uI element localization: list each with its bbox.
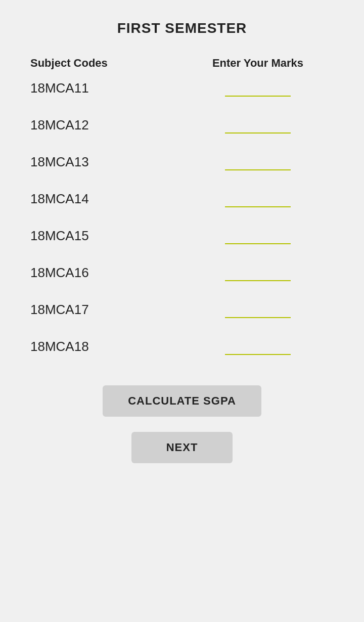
marks-input-wrapper-7 [182, 301, 334, 318]
marks-input-wrapper-4 [182, 191, 334, 207]
subject-code-label-8: 18MCA18 [30, 339, 182, 354]
button-section: CALCULATE SGPA NEXT [103, 385, 261, 463]
page-title: FIRST SEMESTER [117, 20, 247, 36]
marks-input-wrapper-2 [182, 117, 334, 134]
subject-row-6: 18MCA16 [10, 264, 354, 281]
marks-input-wrapper-3 [182, 154, 334, 170]
marks-input-1[interactable] [225, 80, 291, 97]
col-header-subject-codes: Subject Codes [30, 57, 182, 70]
marks-input-4[interactable] [225, 191, 291, 207]
subject-code-label-6: 18MCA16 [30, 265, 182, 281]
subject-code-label-7: 18MCA17 [30, 302, 182, 318]
marks-input-2[interactable] [225, 117, 291, 134]
subject-code-label-4: 18MCA14 [30, 191, 182, 207]
subject-row-2: 18MCA12 [10, 117, 354, 134]
subject-code-label-2: 18MCA12 [30, 117, 182, 133]
subject-row-3: 18MCA13 [10, 154, 354, 170]
subject-code-label-5: 18MCA15 [30, 228, 182, 244]
subject-row-4: 18MCA14 [10, 191, 354, 207]
next-button[interactable]: NEXT [131, 432, 233, 463]
marks-input-wrapper-5 [182, 228, 334, 244]
marks-input-3[interactable] [225, 154, 291, 170]
marks-input-wrapper-6 [182, 264, 334, 281]
marks-input-wrapper-1 [182, 80, 334, 97]
subject-row-8: 18MCA18 [10, 338, 354, 355]
marks-input-8[interactable] [225, 338, 291, 355]
subject-code-label-3: 18MCA13 [30, 154, 182, 170]
subject-row-5: 18MCA15 [10, 228, 354, 244]
subject-code-label-1: 18MCA11 [30, 80, 182, 96]
marks-input-wrapper-8 [182, 338, 334, 355]
header-row: Subject Codes Enter Your Marks [10, 57, 354, 70]
subject-row-7: 18MCA17 [10, 301, 354, 318]
subject-row-1: 18MCA11 [10, 80, 354, 97]
marks-input-6[interactable] [225, 264, 291, 281]
calculate-sgpa-button[interactable]: CALCULATE SGPA [103, 385, 261, 417]
col-header-enter-marks: Enter Your Marks [182, 57, 334, 70]
marks-input-7[interactable] [225, 301, 291, 318]
page-container: FIRST SEMESTER Subject Codes Enter Your … [0, 0, 364, 622]
marks-input-5[interactable] [225, 228, 291, 244]
